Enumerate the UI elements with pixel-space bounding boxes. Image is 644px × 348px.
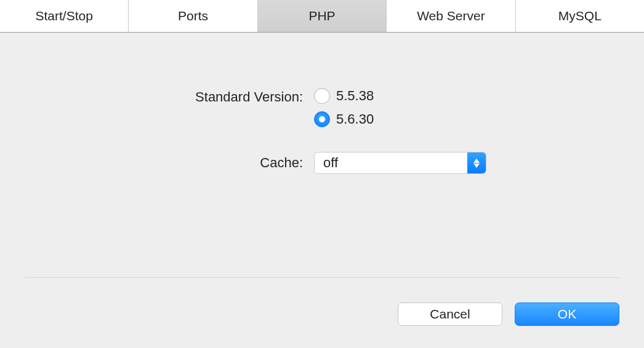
version-option-1[interactable]: 5.6.30 [314,111,374,127]
standard-version-label: Standard Version: [25,88,314,105]
cache-select-value: off [323,155,338,171]
svg-marker-0 [473,159,480,163]
cancel-button[interactable]: Cancel [398,303,502,326]
tab-start-stop[interactable]: Start/Stop [0,0,129,32]
tab-ports[interactable]: Ports [129,0,257,32]
version-option-0-label: 5.5.38 [336,88,374,104]
version-option-0[interactable]: 5.5.38 [314,88,374,104]
radio-selected-icon[interactable] [314,111,330,127]
cache-select[interactable]: off [314,152,486,174]
tab-php[interactable]: PHP [258,0,387,32]
updown-arrows-icon [467,152,486,173]
standard-version-options: 5.5.38 5.6.30 [314,88,374,127]
standard-version-row: Standard Version: 5.5.38 5.6.30 [25,88,619,127]
php-form: Standard Version: 5.5.38 5.6.30 Cache: [25,88,619,174]
dialog-footer: Cancel OK [25,277,619,348]
cache-row: Cache: off [25,152,619,174]
radio-icon[interactable] [314,88,330,104]
cache-label: Cache: [25,155,314,171]
tab-mysql[interactable]: MySQL [516,0,644,32]
ok-button[interactable]: OK [515,303,619,326]
tab-web-server[interactable]: Web Server [387,0,515,32]
tab-bar: Start/Stop Ports PHP Web Server MySQL [0,0,644,33]
svg-marker-1 [473,164,480,168]
version-option-1-label: 5.6.30 [336,111,374,127]
preferences-window: Start/Stop Ports PHP Web Server MySQL St… [0,0,644,348]
tab-content-php: Standard Version: 5.5.38 5.6.30 Cache: [0,33,644,183]
cache-field: off [314,152,486,174]
